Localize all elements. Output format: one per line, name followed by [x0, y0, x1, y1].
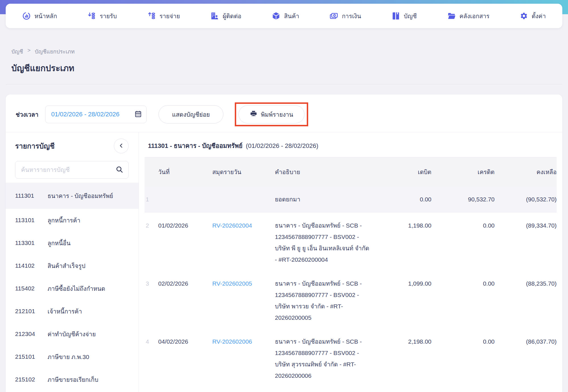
account-list-item[interactable]: 114102 สินค้าสำเร็จรูป: [6, 254, 139, 277]
account-name: เจ้าหนี้การค้า: [48, 307, 82, 316]
nav-item-accounting[interactable]: บัญชี: [392, 11, 417, 21]
nav-item-home[interactable]: หน้าหลัก: [22, 11, 57, 21]
folder-icon: [447, 12, 456, 20]
search-icon: [116, 166, 123, 174]
account-search-input[interactable]: [21, 166, 113, 173]
products-icon: [272, 12, 280, 20]
nav-item-finance[interactable]: การเงิน: [330, 11, 361, 21]
filter-row: ช่วงเวลา 01/02/2026 - 28/02/2026 แสดงบัญ…: [6, 94, 562, 132]
account-list-item[interactable]: 115402 ภาษีซื้อยังไม่ถึงกำหนด: [6, 277, 139, 300]
column-header-journal: สมุดรายวัน: [212, 167, 275, 177]
main-card: ช่วงเวลา 01/02/2026 - 28/02/2026 แสดงบัญ…: [6, 94, 562, 392]
show-subaccounts-button[interactable]: แสดงบัญชีย่อย: [159, 105, 223, 123]
row-description: ธนาคาร - บัญชีออมทรัพย์ - SCB - 12345678…: [275, 220, 382, 265]
accounts-sidebar: รายการบัญชี 111301 ธนาคาร - บัญชีออมทรัพ…: [6, 132, 139, 392]
print-report-button[interactable]: พิมพ์รายงาน: [238, 105, 304, 123]
account-name: ภาษีซื้อยังไม่ถึงกำหนด: [48, 284, 105, 293]
expense-icon: [147, 12, 156, 20]
ledger-row: 3 02/02/2026 RV-202602005 ธนาคาร - บัญชี…: [145, 271, 557, 329]
account-list-item[interactable]: 111301 ธนาคาร - บัญชีออมทรัพย์: [6, 183, 139, 209]
breadcrumb-parent[interactable]: บัญชี: [11, 47, 23, 56]
column-header-debit: เดบิต: [382, 167, 431, 177]
nav-item-settings[interactable]: ตั้งค่า: [520, 11, 546, 21]
account-name: ค่าทำบัญชีค้างจ่าย: [48, 329, 96, 339]
chevron-left-icon: [118, 142, 125, 150]
ledger-title: 111301 - ธนาคาร - บัญชีออมทรัพย์ (01/02/…: [145, 132, 557, 157]
row-description: ธนาคาร - บัญชีออมทรัพย์ - SCB - 12345678…: [275, 336, 382, 381]
sidebar-header: รายการบัญชี: [6, 139, 139, 153]
account-list-item[interactable]: 212304 ค่าทำบัญชีค้างจ่าย: [6, 323, 139, 345]
nav-item-label: ตั้งค่า: [532, 11, 546, 21]
ledger-account-title: 111301 - ธนาคาร - บัญชีออมทรัพย์: [148, 141, 242, 151]
row-date: 02/02/2026: [158, 278, 212, 289]
journal-link[interactable]: RV-202602004: [212, 220, 275, 231]
row-balance: (89,334.70): [495, 220, 557, 231]
account-name: ภาษีขาย ภ.พ.30: [48, 352, 89, 362]
nav-item-income[interactable]: รายรับ: [87, 11, 117, 21]
page-title: บัญชีแยกประเภท: [11, 61, 74, 75]
nav-item-label: ผู้ติดต่อ: [223, 11, 241, 21]
nav-item-products[interactable]: สินค้า: [272, 11, 299, 21]
sidebar-title: รายการบัญชี: [15, 140, 55, 152]
journal-link[interactable]: RV-202602005: [212, 278, 275, 289]
nav-item-expense[interactable]: รายจ่าย: [147, 11, 180, 21]
content-area: รายการบัญชี 111301 ธนาคาร - บัญชีออมทรัพ…: [6, 132, 562, 392]
row-description: ยอดยกมา: [275, 195, 382, 204]
account-name: ธนาคาร - บัญชีออมทรัพย์: [48, 191, 113, 201]
nav-item-contacts[interactable]: ผู้ติดต่อ: [210, 11, 241, 21]
nav-item-label: หน้าหลัก: [34, 11, 57, 21]
nav-item-label: รายรับ: [100, 11, 117, 21]
account-name: ภาษีขายรอเรียกเก็บ: [48, 375, 98, 384]
breadcrumb-separator: >: [27, 47, 30, 56]
row-credit: 0.00: [431, 278, 495, 289]
account-list-item[interactable]: 212101 เจ้าหนี้การค้า: [6, 300, 139, 323]
account-code: 113101: [15, 217, 40, 224]
journal-link[interactable]: RV-202602006: [212, 336, 275, 347]
account-code: 215101: [15, 353, 40, 360]
account-list: 111301 ธนาคาร - บัญชีออมทรัพย์ 113101 ลู…: [6, 183, 139, 391]
account-code: 215102: [15, 376, 40, 383]
row-debit: 1,198.00: [382, 220, 431, 231]
breadcrumb-current: บัญชีแยกประเภท: [35, 47, 75, 56]
nav-item-label: รายจ่าย: [160, 11, 180, 21]
row-number: 1: [145, 196, 158, 203]
account-list-item[interactable]: 113101 ลูกหนี้การค้า: [6, 209, 139, 232]
date-range-value: 01/02/2026 - 28/02/2026: [51, 111, 132, 118]
row-credit: 0.00: [431, 220, 495, 231]
collapse-sidebar-button[interactable]: [114, 139, 129, 153]
contacts-icon: [210, 12, 219, 20]
account-list-item[interactable]: 215102 ภาษีขายรอเรียกเก็บ: [6, 368, 139, 391]
nav-item-label: การเงิน: [342, 11, 361, 21]
row-debit: 2,198.00: [382, 336, 431, 347]
row-credit: 90,532.70: [431, 196, 495, 203]
money-icon: [330, 12, 338, 20]
row-debit: 1,099.00: [382, 278, 431, 289]
nav-item-documents[interactable]: คลังเอกสาร: [447, 11, 490, 21]
account-code: 212101: [15, 308, 40, 315]
calendar-icon: [135, 110, 142, 119]
account-name: ลูกหนี้อื่น: [48, 238, 71, 248]
column-header-description: คำอธิบาย: [275, 167, 382, 177]
ledger-book-icon: [392, 12, 400, 20]
annotation-highlight-box: พิมพ์รายงาน: [235, 102, 308, 126]
row-date: 04/02/2026: [158, 336, 212, 347]
ledger-row: 4 04/02/2026 RV-202602006 ธนาคาร - บัญชี…: [145, 329, 557, 387]
account-code: 113301: [15, 240, 40, 246]
date-range-picker[interactable]: 01/02/2026 - 28/02/2026: [45, 106, 147, 123]
ledger-row: 2 01/02/2026 RV-202602004 ธนาคาร - บัญชี…: [145, 212, 557, 271]
print-report-label: พิมพ์รายงาน: [261, 110, 293, 119]
page-divider: [6, 84, 562, 84]
row-balance: (88,235.70): [495, 278, 557, 289]
nav-item-label: สินค้า: [284, 11, 299, 21]
nav-item-label: บัญชี: [404, 11, 417, 21]
row-date: 01/02/2026: [158, 220, 212, 231]
account-list-item[interactable]: 113301 ลูกหนี้อื่น: [6, 232, 139, 254]
top-navigation: หน้าหลัก รายรับ รายจ่าย ผู้ติดต่อ สินค้า…: [6, 4, 562, 28]
account-list-item[interactable]: 215101 ภาษีขาย ภ.พ.30: [6, 345, 139, 368]
account-code: 111301: [15, 192, 40, 199]
row-number: 2: [145, 220, 158, 231]
column-header-credit: เครดิต: [431, 167, 495, 177]
period-label: ช่วงเวลา: [16, 110, 38, 119]
gear-icon: [520, 12, 528, 20]
income-icon: [87, 12, 96, 20]
